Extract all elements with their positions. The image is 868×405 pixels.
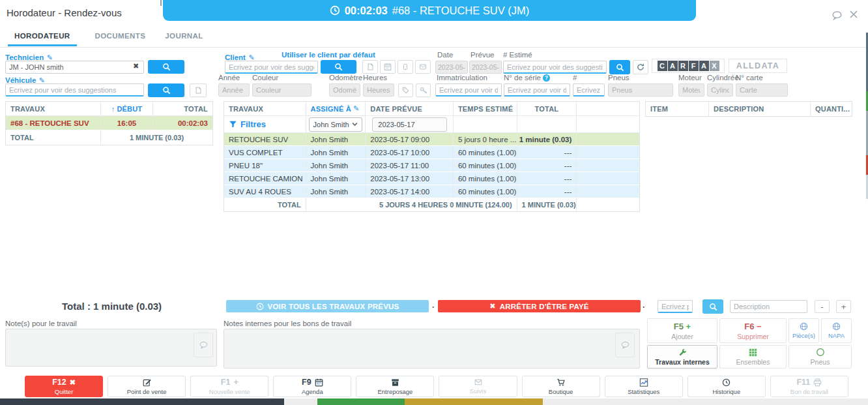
new-sale-button[interactable]: F1+ Nouvelle vente (190, 376, 268, 397)
vehicule-search-button[interactable] (148, 83, 184, 97)
cell-assignee: John Smith (306, 146, 366, 158)
date-input[interactable] (435, 61, 468, 74)
vehicule-input[interactable] (5, 83, 144, 97)
header-description[interactable]: DESCRIPTION (709, 102, 811, 116)
close-icon[interactable] (849, 10, 858, 19)
header-item[interactable]: ITEM (646, 102, 709, 116)
table-row[interactable]: VUS COMPLET John Smith 2023-05-17 10:00 … (224, 146, 639, 159)
prevue-input[interactable] (469, 61, 502, 74)
quantity-minus-button[interactable]: - (815, 300, 830, 313)
history-button[interactable]: Historique (687, 376, 766, 397)
footer-total: 1 MINUTE (0.03) (517, 198, 577, 211)
clear-technicien-icon[interactable]: ✖ (133, 62, 139, 70)
filters-toggle[interactable]: Filtres (229, 119, 266, 129)
table-row[interactable]: PNEU 18" John Smith 2023-05-17 11:00 60 … (224, 159, 639, 172)
followups-button[interactable]: Suivis (439, 376, 517, 397)
ensembles-label: Ensembles (736, 358, 770, 366)
header-total[interactable]: TOTAL (153, 102, 212, 115)
chat-icon[interactable] (832, 10, 843, 20)
header-date-prevue[interactable]: DATE PRÉVUE (366, 102, 454, 115)
work-notes-textarea[interactable] (5, 329, 217, 367)
help-icon[interactable]: ? (543, 74, 550, 82)
timer-banner[interactable]: 00:02:03 #68 - RETOUCHE SUV (JM) (163, 0, 696, 21)
header-temps-estime[interactable]: TEMPS ESTIMÉ (454, 102, 517, 115)
client-appointments-button[interactable] (380, 60, 396, 74)
header-quantite[interactable]: QUANTI... (811, 102, 852, 116)
tab-journal[interactable]: JOURNAL (164, 29, 204, 44)
view-all-jobs-button[interactable]: VOIR TOUS LES TRAVAUX PRÉVUS (226, 300, 429, 312)
immatriculation-input[interactable] (435, 83, 502, 97)
technicien-search-button[interactable] (148, 60, 184, 74)
footer-label: TOTAL (224, 198, 306, 211)
quit-button[interactable]: F12✖ Quitter (25, 376, 103, 397)
header-assigne[interactable]: ASSIGNÉ À ✎ (306, 102, 366, 115)
internal-jobs-button[interactable]: Travaux internes (647, 345, 717, 368)
cell-total: --- (517, 159, 577, 172)
quantity-plus-button[interactable]: + (836, 300, 851, 313)
table-footer-row: TOTAL 1 MINUTE (0.03) (6, 130, 212, 145)
statistics-button[interactable]: Statistiques (605, 376, 683, 397)
use-default-client-link[interactable]: Utiliser le client par défaut (282, 51, 375, 59)
header-debut[interactable]: ↑ DÉBUT (101, 102, 153, 115)
estime-search-button[interactable] (609, 60, 630, 74)
carfax-button[interactable]: CARFAX (652, 59, 725, 73)
description-input[interactable] (730, 300, 807, 313)
key-button[interactable] (416, 83, 431, 97)
cylindree-input[interactable] (707, 83, 733, 97)
table-row[interactable]: RETOUCHE SUV John Smith 2023-05-17 09:00… (224, 133, 639, 146)
tires-button[interactable]: Pneus (788, 345, 852, 368)
estime-input[interactable] (503, 61, 607, 74)
stop-being-paid-button[interactable]: ✖ ARRÊTER D'ÊTRE PAYÉ (438, 300, 641, 312)
table-row[interactable]: RETOUCHE CAMION John Smith 2023-05-17 13… (224, 172, 639, 185)
tab-documents[interactable]: DOCUMENTS (94, 29, 147, 44)
date-filter-input[interactable] (372, 117, 447, 132)
f1-key: F1 (221, 378, 231, 387)
add-line-button[interactable]: F5 + Ajouter (647, 318, 717, 343)
client-input[interactable] (225, 61, 318, 74)
heures-label: Heures (363, 74, 387, 82)
item-quick-search-input[interactable] (658, 300, 693, 313)
work-order-button[interactable]: F11 Bon de travail (770, 376, 848, 397)
napa-button[interactable]: NAPA (821, 318, 852, 343)
internal-notes-comment-button[interactable] (615, 333, 635, 357)
header-total[interactable]: TOTAL (517, 102, 577, 115)
client-search-button[interactable] (321, 60, 356, 74)
header-travaux[interactable]: TRAVAUX (6, 102, 101, 115)
delete-line-button[interactable]: F6 − Supprimer (719, 318, 787, 343)
internal-notes-textarea[interactable] (224, 329, 640, 368)
vehicule-note-button[interactable] (190, 83, 207, 97)
tab-horodateur[interactable]: HORODATEUR (8, 29, 77, 46)
carte-input[interactable] (736, 83, 788, 97)
refresh-button[interactable] (633, 60, 648, 74)
client-email-button[interactable] (415, 60, 431, 74)
serie-input[interactable] (504, 83, 570, 97)
active-job-row[interactable]: #68 - RETOUCHE SUV 16:05 00:02:03 (6, 116, 212, 130)
storage-button[interactable]: Entreposage (356, 376, 434, 397)
archive-icon (391, 378, 399, 387)
point-of-sale-button[interactable]: Point de vente (108, 376, 186, 397)
agenda-button[interactable]: F9 Agenda (273, 376, 351, 397)
work-notes-comment-button[interactable] (194, 333, 213, 357)
grand-total-text: Total : 1 minute (0.03) (62, 301, 162, 312)
shop-button[interactable]: Boutique (522, 376, 600, 397)
assignee-filter-select[interactable]: John Smith (309, 117, 363, 132)
annee-input[interactable] (218, 83, 250, 97)
header-travaux[interactable]: TRAVAUX (224, 102, 306, 115)
num-input[interactable] (573, 83, 605, 97)
pneus-input[interactable] (608, 83, 673, 97)
client-note-button[interactable] (362, 60, 378, 74)
couleur-input[interactable] (252, 83, 311, 97)
moteur-input[interactable] (678, 83, 704, 97)
parts-button[interactable]: Pièce(s) (788, 318, 819, 343)
technicien-input[interactable] (5, 61, 144, 74)
header-empty (577, 102, 639, 115)
tag-button[interactable] (398, 83, 413, 97)
heures-input[interactable] (363, 83, 394, 97)
item-search-button[interactable] (702, 299, 723, 314)
tire-circle-icon (816, 348, 825, 357)
table-row[interactable]: SUV AU 4 ROUES John Smith 2023-05-17 14:… (224, 185, 639, 198)
alldata-button[interactable]: ALLDATA (729, 59, 787, 73)
odometre-input[interactable] (329, 83, 360, 97)
ensembles-button[interactable]: Ensembles (719, 345, 787, 368)
client-phone-button[interactable] (398, 60, 413, 74)
